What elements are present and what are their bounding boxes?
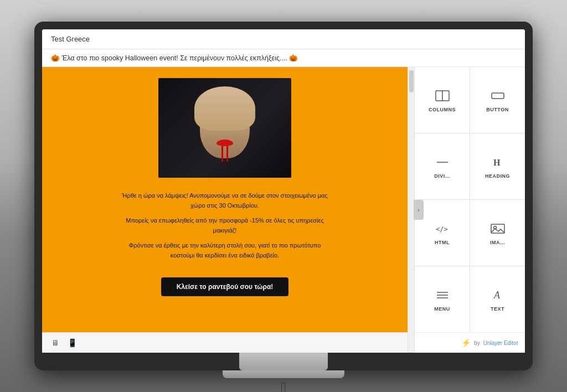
body-paragraph-1: Ήρθε η ώρα να λάμψεις! Ανυπομονούμε να σ… [120,191,330,210]
face-hair [194,86,255,131]
by-label: by [474,340,480,346]
svg-text:</>: </> [436,225,448,233]
monitor-base [223,370,344,378]
email-preview: Ήρθε η ώρα να λάμψεις! Ανυπομονούμε να σ… [42,67,408,353]
blood-tear-left [226,145,228,162]
block-label-html: HTML [435,240,450,245]
columns-icon [434,88,451,104]
block-label-button: BUTTON [486,107,508,112]
collapse-panel-button[interactable]: › [414,200,424,220]
face-lips [217,140,233,146]
block-item-heading[interactable]: H HEADING [470,133,525,199]
desktop-icon[interactable]: 🖥 [49,336,62,349]
monitor-screen: Test Greece 🎃 Έλα στο πιο spooky Hallowe… [42,29,525,353]
image-icon [489,221,507,236]
cta-button-label: Κλείσε το ραντεβού σου τώρα! [177,283,274,291]
block-item-button[interactable]: BUTTON [470,67,525,133]
block-label-divider: DIVI... [434,173,450,179]
svg-rect-2 [492,93,504,99]
block-label-columns: COLUMNS [429,107,456,112]
email-body: Ήρθε η ώρα να λάμψεις! Ανυπομονούμε να σ… [42,67,408,332]
block-item-divider[interactable]: DIVI... [415,133,470,199]
heading-icon: H [489,154,507,170]
bottom-toolbar: 🖥 📱 [42,332,408,353]
face-silhouette [194,86,255,169]
unlayer-lightning-icon: ⚡ [461,338,471,347]
divider-icon [434,154,451,170]
monitor-stand [239,353,328,370]
email-subject-bar: 🎃 Έλα στο πιο spooky Halloween event! Σε… [42,49,525,67]
block-item-columns[interactable]: COLUMNS [415,67,470,133]
block-label-image: IMA... [490,240,505,245]
menu-icon [434,287,451,303]
main-area: Ήρθε η ώρα να λάμψεις! Ανυπομονούμε να σ… [42,67,525,353]
apple-logo-icon:  [281,379,286,392]
cta-button[interactable]: Κλείσε το ραντεβού σου τώρα! [161,277,289,296]
svg-rect-6 [491,224,504,233]
scroll-thumb [409,70,414,92]
unlayer-editor-link[interactable]: Unlayer Editor [483,340,518,346]
halloween-image [158,78,291,178]
block-item-image[interactable]: IMA... [470,200,525,266]
block-label-heading: HEADING [485,173,510,179]
app-title: Test Greece [51,35,90,43]
mobile-icon[interactable]: 📱 [65,336,79,349]
block-label-text: TEXT [491,306,504,312]
panel-footer: ⚡ by Unlayer Editor [415,332,525,353]
body-paragraph-2: Μπορείς να επωφεληθείς από την προσφορά … [120,216,330,235]
blood-tear-right [221,145,223,162]
svg-text:A: A [493,290,501,301]
right-panel: COLUMNS BUTTON [414,67,525,353]
blocks-grid: COLUMNS BUTTON [415,67,525,332]
monitor: Test Greece 🎃 Έλα στο πιο spooky Hallowe… [34,22,533,370]
html-icon: </> [434,221,451,236]
svg-text:H: H [493,158,501,167]
block-item-text[interactable]: A TEXT [470,266,525,332]
block-item-menu[interactable]: MENU [415,266,470,332]
email-body-text: Ήρθε η ώρα να λάμψεις! Ανυπομονούμε να σ… [120,191,330,266]
right-panel-wrapper: › COLUMNS [414,67,525,353]
button-icon [489,88,507,104]
email-subject-text: 🎃 Έλα στο πιο spooky Halloween event! Σε… [51,54,298,62]
text-icon: A [489,287,507,303]
body-paragraph-3: Φρόντισε να έρθεις με την καλύτερη στολή… [120,241,330,260]
block-label-menu: MENU [434,306,450,312]
app-header: Test Greece [42,29,525,49]
